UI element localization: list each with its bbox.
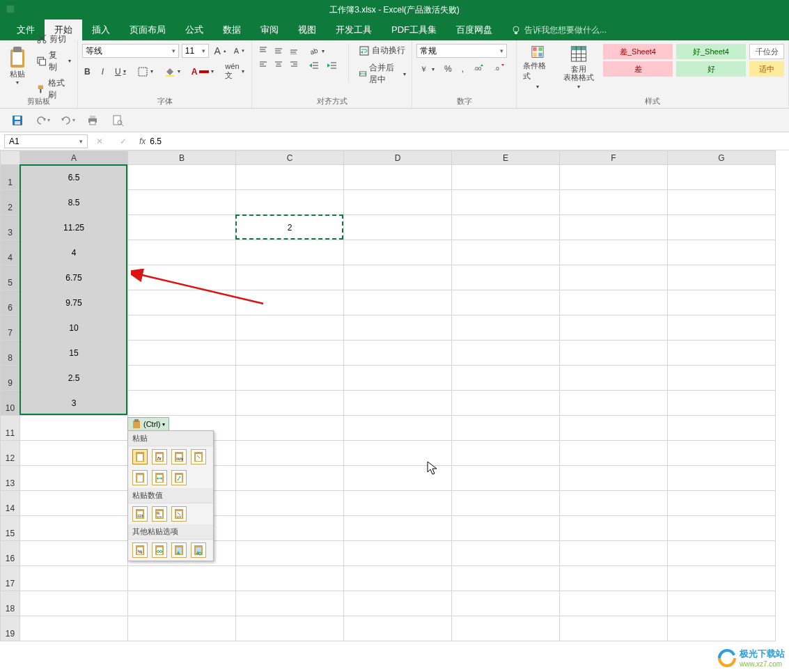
cell[interactable] [668,591,776,616]
cell[interactable] [560,491,668,516]
menu-review[interactable]: 审阅 [251,19,288,40]
row-header[interactable]: 5 [1,265,20,290]
cell[interactable] [560,591,668,616]
cell[interactable] [344,591,452,616]
cell[interactable] [344,516,452,541]
cell[interactable] [20,566,128,591]
cell[interactable] [560,190,668,215]
paste-linked-picture-button[interactable] [191,542,206,558]
paste-no-borders-button[interactable] [132,470,148,485]
cell[interactable] [452,165,560,190]
cell[interactable] [560,566,668,591]
row-header[interactable]: 8 [1,341,20,366]
row-header[interactable]: 19 [1,616,20,641]
cell[interactable] [560,240,668,265]
column-header[interactable]: C [236,151,344,165]
number-format-select[interactable]: 常规▾ [416,44,507,58]
cell[interactable] [668,466,776,491]
cell[interactable] [560,466,668,491]
cell[interactable] [20,541,128,566]
cell[interactable] [128,265,236,290]
cell[interactable] [668,616,776,641]
cell[interactable] [668,165,776,190]
cell[interactable] [128,591,236,616]
cell[interactable] [344,491,452,516]
wrap-text-button[interactable]: 自动换行 [357,44,407,57]
cell[interactable] [668,190,776,215]
cell[interactable]: 2.5 [20,366,128,391]
decrease-decimal-button[interactable]: .0 [492,62,508,76]
cell[interactable] [560,616,668,641]
format-table-button[interactable]: 套用 表格格式▾ [560,44,597,91]
cell[interactable] [236,416,344,441]
row-header[interactable]: 9 [1,366,20,391]
phonetic-button[interactable]: wén文▾ [223,61,246,82]
cell[interactable] [344,441,452,466]
cell[interactable] [20,441,128,466]
column-header[interactable]: E [452,151,560,165]
cell[interactable] [344,315,452,341]
align-left-button[interactable] [256,58,270,70]
row-header[interactable]: 18 [1,591,20,616]
paste-values-source-button[interactable]: 123 [171,506,187,522]
cell[interactable] [344,416,452,441]
style-thousands[interactable]: 千位分 [749,44,784,59]
cell[interactable]: 3 [20,391,128,416]
cell[interactable] [344,541,452,566]
cell[interactable] [668,240,776,265]
cell[interactable] [20,516,128,541]
style-good[interactable]: 好 [676,61,746,77]
cell[interactable] [452,466,560,491]
cell[interactable] [236,265,344,290]
row-header[interactable]: 16 [1,541,20,566]
cell[interactable]: 6.5 [20,165,128,190]
cell[interactable]: 8.5 [20,190,128,215]
cell[interactable] [452,491,560,516]
cell[interactable] [128,190,236,215]
cell[interactable] [344,165,452,190]
cell[interactable] [560,341,668,366]
cell[interactable]: 15 [20,341,128,366]
cell[interactable] [668,215,776,240]
cell[interactable] [344,290,452,315]
cell[interactable] [452,240,560,265]
cell[interactable] [20,466,128,491]
font-name-select[interactable]: 等线▾ [82,44,179,58]
fill-color-button[interactable]: ▾ [162,65,182,79]
cell[interactable] [236,466,344,491]
cell[interactable] [668,341,776,366]
select-all-corner[interactable] [1,151,20,165]
cell[interactable] [128,391,236,416]
conditional-format-button[interactable]: 条件格式▾ [521,44,554,91]
cell[interactable] [236,566,344,591]
cell[interactable] [344,466,452,491]
redo-button[interactable]: ▾ [60,113,75,128]
paste-keep-source-button[interactable] [191,449,206,464]
cell[interactable] [236,341,344,366]
merge-center-button[interactable]: 合并后居中▾ [357,61,407,86]
cell[interactable] [344,566,452,591]
style-good-sheet4[interactable]: 好_Sheet4 [676,44,746,59]
cell[interactable] [668,516,776,541]
cell[interactable] [20,591,128,616]
cell[interactable] [668,290,776,315]
fx-icon[interactable]: fx [139,136,146,146]
cell[interactable] [236,591,344,616]
tell-me[interactable]: 告诉我您想要做什么... [502,20,615,40]
font-size-select[interactable]: 11▾ [182,44,210,58]
cell[interactable] [128,315,236,341]
column-header[interactable]: F [560,151,668,165]
border-button[interactable]: ▾ [135,65,155,79]
cell[interactable]: 6.75 [20,265,128,290]
formula-input[interactable] [146,134,789,148]
cell[interactable] [560,541,668,566]
cell[interactable] [452,215,560,240]
cell[interactable] [344,341,452,366]
cell[interactable] [668,315,776,341]
cell[interactable] [668,391,776,416]
row-header[interactable]: 10 [1,391,20,416]
cell[interactable] [344,366,452,391]
column-header[interactable]: B [128,151,236,165]
menu-developer[interactable]: 开发工具 [326,19,382,40]
column-header[interactable]: A [20,151,128,165]
